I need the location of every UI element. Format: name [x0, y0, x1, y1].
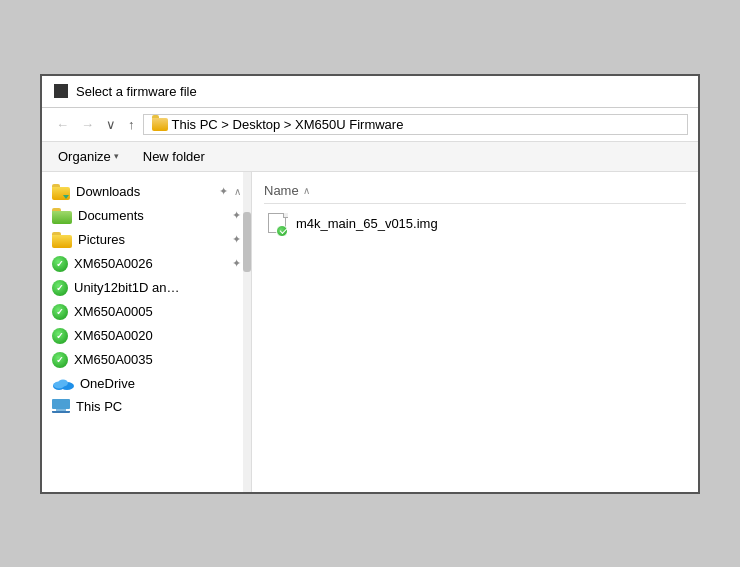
green-dot-icon — [52, 352, 68, 368]
sidebar-item-pictures[interactable]: Pictures ✦ — [42, 228, 251, 252]
img-file-icon — [268, 213, 288, 235]
green-dot-icon — [52, 256, 68, 272]
file-dialog: Select a firmware file ← → ∨ ↑ This PC >… — [40, 74, 700, 494]
main-content: Downloads ✦ ∧ Documents ✦ Pictures — [42, 172, 698, 492]
sidebar-item-label: XM650A0005 — [74, 304, 153, 319]
organize-dropdown-arrow: ▾ — [114, 151, 119, 161]
svg-point-3 — [54, 382, 65, 389]
sidebar-item-label: Unity12bit1D an… — [74, 280, 180, 295]
sidebar-item-xm650a0035[interactable]: XM650A0035 — [42, 348, 251, 372]
documents-folder-icon — [52, 208, 72, 224]
scroll-up-icon: ∧ — [234, 186, 241, 197]
toolbar: Organize ▾ New folder — [42, 142, 698, 172]
sidebar-item-label: XM650A0035 — [74, 352, 153, 367]
title-bar: Select a firmware file — [42, 76, 698, 108]
back-button[interactable]: ← — [52, 115, 73, 134]
green-dot-icon — [52, 304, 68, 320]
pin-icon: ✦ — [219, 185, 228, 198]
new-folder-button[interactable]: New folder — [139, 147, 209, 166]
sidebar-item-xm650a0020[interactable]: XM650A0020 — [42, 324, 251, 348]
pictures-folder-icon — [52, 232, 72, 248]
pin-icon: ✦ — [232, 233, 241, 246]
sidebar-item-label: OneDrive — [80, 376, 135, 391]
sidebar-item-thispc[interactable]: This PC — [42, 395, 251, 418]
sidebar: Downloads ✦ ∧ Documents ✦ Pictures — [42, 172, 252, 492]
pin-icon: ✦ — [232, 257, 241, 270]
dialog-title: Select a firmware file — [76, 84, 197, 99]
breadcrumb-text: This PC > Desktop > XM650U Firmware — [172, 117, 404, 132]
sidebar-item-label: Pictures — [78, 232, 125, 247]
thispc-icon — [52, 399, 70, 413]
new-folder-label: New folder — [143, 149, 205, 164]
green-dot-icon — [52, 280, 68, 296]
onedrive-icon — [52, 376, 74, 390]
sort-arrow-icon: ∧ — [303, 185, 310, 196]
file-name: m4k_main_65_v015.img — [296, 216, 438, 231]
sidebar-item-label: XM650A0020 — [74, 328, 153, 343]
sidebar-scrollbar-thumb[interactable] — [243, 212, 251, 272]
sidebar-item-xm650a0026[interactable]: XM650A0026 ✦ — [42, 252, 251, 276]
forward-button[interactable]: → — [77, 115, 98, 134]
recent-button[interactable]: ∨ — [102, 115, 120, 134]
sidebar-item-onedrive[interactable]: OneDrive — [42, 372, 251, 395]
breadcrumb-folder-icon — [152, 118, 168, 131]
sidebar-item-label: XM650A0026 — [74, 256, 153, 271]
file-pane-header: Name ∧ — [264, 180, 686, 204]
downloads-icon — [52, 184, 70, 200]
green-dot-icon — [52, 328, 68, 344]
breadcrumb[interactable]: This PC > Desktop > XM650U Firmware — [143, 114, 689, 135]
dialog-icon — [54, 84, 68, 98]
sidebar-item-unity12bit1d[interactable]: Unity12bit1D an… — [42, 276, 251, 300]
up-button[interactable]: ↑ — [124, 115, 139, 134]
sidebar-scrollbar-track — [243, 172, 251, 492]
sidebar-item-downloads[interactable]: Downloads ✦ ∧ — [42, 180, 251, 204]
pin-icon: ✦ — [232, 209, 241, 222]
file-item[interactable]: m4k_main_65_v015.img — [264, 208, 686, 240]
sidebar-item-label: Downloads — [76, 184, 140, 199]
organize-label: Organize — [58, 149, 111, 164]
nav-bar: ← → ∨ ↑ This PC > Desktop > XM650U Firmw… — [42, 108, 698, 142]
organize-button[interactable]: Organize ▾ — [54, 147, 123, 166]
sidebar-item-documents[interactable]: Documents ✦ — [42, 204, 251, 228]
sidebar-item-xm650a0005[interactable]: XM650A0005 — [42, 300, 251, 324]
sidebar-item-label: This PC — [76, 399, 122, 414]
file-pane: Name ∧ m4k_main_65_v015.img — [252, 172, 698, 492]
sidebar-item-label: Documents — [78, 208, 144, 223]
column-name-label: Name — [264, 183, 299, 198]
column-name-header: Name ∧ — [264, 183, 310, 198]
